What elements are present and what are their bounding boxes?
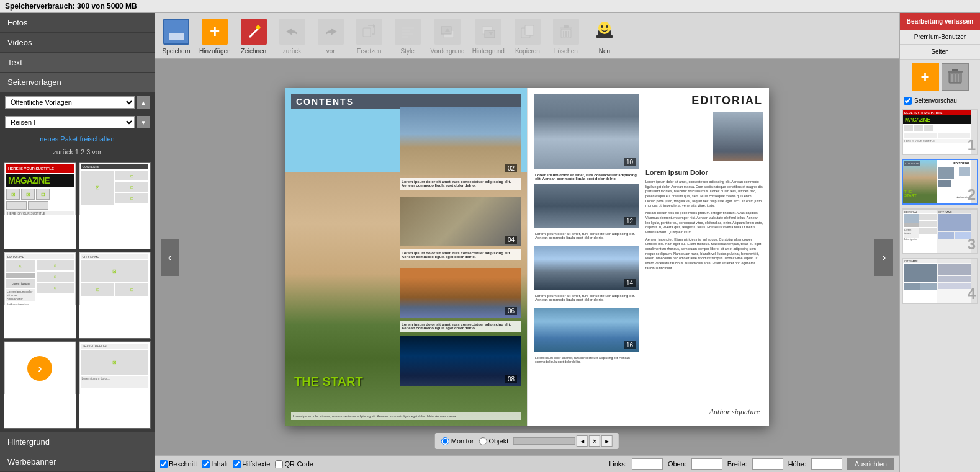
- toolbar: Speichern Hinzufügen Zeichnen: [155, 13, 899, 59]
- add-tool[interactable]: Hinzufügen: [199, 17, 231, 55]
- save-tool[interactable]: Speichern: [161, 17, 192, 55]
- svg-rect-5: [402, 36, 408, 38]
- style-tool[interactable]: Style: [392, 17, 423, 55]
- style-icon: [393, 17, 423, 47]
- sidebar-bottom: Hintergrund Werbebanner: [0, 432, 155, 472]
- trim-checkbox-label[interactable]: Beschnitt: [160, 460, 197, 468]
- svg-rect-2: [402, 27, 414, 29]
- help-text-checkbox-label[interactable]: Hilfstexte: [233, 460, 270, 468]
- template-thumb-3[interactable]: EDITORIAL ⊡ Lorem ipsum Lorem ipsum dolo…: [4, 252, 76, 339]
- background-tool[interactable]: Hintergrund: [472, 17, 505, 55]
- add-icon: [200, 17, 230, 47]
- new-packet-link[interactable]: neues Paket freischalten: [40, 135, 114, 143]
- back-tool[interactable]: zurück: [277, 17, 308, 55]
- forward-tool[interactable]: vor: [315, 17, 346, 55]
- storage-label: Speicherverbrauch: 300 von 5000 MB: [5, 2, 137, 11]
- replace-icon: [354, 17, 384, 47]
- scroll-close-btn[interactable]: ✕: [589, 435, 600, 447]
- bottom-bar: Beschnitt Inhalt Hilfstexte QR-Code Link…: [155, 455, 899, 472]
- canvas-area: ‹ CONTENTS: [155, 59, 899, 455]
- spread-container: CONTENTS 02 Lorem ipsum dolor sit amet, …: [285, 88, 769, 426]
- draw-tool[interactable]: Zeichnen: [238, 17, 269, 55]
- template-controls: Öffentliche Vorlagen ▲: [0, 92, 155, 112]
- svg-point-22: [606, 25, 608, 28]
- scroll-prev-btn[interactable]: ◄: [577, 435, 588, 447]
- travel-template-select[interactable]: Reisen I: [5, 116, 135, 128]
- template-thumb-5[interactable]: ›: [4, 341, 76, 429]
- canvas-nav-right[interactable]: ›: [874, 239, 893, 276]
- foreground-tool[interactable]: Vordergrund: [431, 17, 465, 55]
- template-thumb-4[interactable]: CITY NAME ⊡ ⊡ ⊡: [79, 252, 151, 339]
- premium-button[interactable]: Premium-Benutzer: [900, 30, 980, 45]
- page-thumb-4[interactable]: CITY NAME 4: [902, 258, 978, 304]
- content-checkbox-label[interactable]: Inhalt: [202, 460, 228, 468]
- travel-arrow-down[interactable]: ▼: [137, 116, 150, 128]
- sidebar-item-ad-banner[interactable]: Werbebanner: [0, 452, 155, 471]
- content-checkbox[interactable]: [202, 460, 210, 468]
- help-text-checkbox[interactable]: [233, 460, 241, 468]
- svg-rect-11: [525, 25, 534, 35]
- sidebar-item-videos[interactable]: Videos: [0, 33, 155, 52]
- delete-icon: [551, 17, 581, 47]
- object-radio-label[interactable]: Objekt: [479, 437, 508, 445]
- svg-rect-1: [363, 28, 371, 37]
- page-thumb-2[interactable]: CONTENTS THESTART EDITORIAL Author sig..…: [902, 159, 978, 205]
- svg-rect-19: [596, 35, 613, 38]
- svg-rect-3: [402, 30, 410, 32]
- template-thumb-1[interactable]: HERE IS YOUR SUBTITLE MAGAZINE ⊡ ⊡ ⊡ HER…: [4, 162, 76, 249]
- template-arrow-up[interactable]: ▲: [137, 96, 150, 109]
- sidebar-item-photos[interactable]: Fotos: [0, 13, 155, 32]
- back-icon: [277, 17, 307, 47]
- copy-tool[interactable]: Kopieren: [512, 17, 543, 55]
- page-scroll: ◄ ✕ ►: [513, 435, 613, 447]
- svg-rect-25: [952, 69, 958, 71]
- page-right: EDITORIAL 10 Lorem ipsum dolor sit amet,…: [527, 88, 769, 426]
- sidebar-item-text[interactable]: Text: [0, 53, 155, 72]
- height-field[interactable]: [811, 458, 842, 470]
- seiten-button[interactable]: Seiten: [900, 45, 980, 60]
- right-sidebar: Bearbeitung verlassen Premium-Benutzer S…: [899, 13, 980, 472]
- sidebar-item-background[interactable]: Hintergrund: [0, 432, 155, 452]
- template-thumb-2[interactable]: CONTENTS ⊡ ⊡ ⊡ ⊡: [79, 162, 151, 249]
- qr-code-checkbox-label[interactable]: QR-Code: [275, 460, 313, 468]
- page-thumb-3[interactable]: EDITORIAL Lorem ipsum Autho: [902, 208, 978, 254]
- trim-checkbox[interactable]: [160, 460, 168, 468]
- align-button[interactable]: Ausrichten: [847, 458, 894, 470]
- qr-code-checkbox[interactable]: [275, 460, 283, 468]
- scroll-next-btn[interactable]: ►: [601, 435, 613, 447]
- left-sidebar: Fotos Videos Text Seitenvorlagen Öffentl…: [0, 13, 155, 472]
- background-icon: [474, 17, 503, 47]
- left-field[interactable]: [632, 458, 663, 470]
- svg-rect-4: [402, 33, 413, 35]
- forward-icon: [316, 17, 346, 47]
- preview-checkbox-area: Seitenvorschau: [900, 94, 980, 107]
- copy-icon: [513, 17, 542, 47]
- monitor-radio-label[interactable]: Monitor: [441, 437, 474, 445]
- template-thumb-6[interactable]: TRAVEL REPORT ⊡ Lorem ipsum dolor...: [79, 341, 151, 429]
- exit-button[interactable]: Bearbeitung verlassen: [900, 13, 980, 30]
- add-page-button[interactable]: +: [912, 63, 939, 91]
- width-field[interactable]: [752, 458, 783, 470]
- save-icon: [161, 17, 191, 47]
- right-top-actions: +: [900, 60, 980, 94]
- top-field[interactable]: [691, 458, 722, 470]
- replace-tool[interactable]: Ersetzen: [354, 17, 385, 55]
- page-thumb-1[interactable]: HERE IS YOUR SUBTITLE MAGAZINE HERE IS Y…: [902, 109, 978, 155]
- public-templates-select[interactable]: Öffentliche Vorlagen: [5, 96, 135, 109]
- preview-checkbox[interactable]: [904, 97, 912, 105]
- pagination: zurück 1 2 3 vor: [0, 146, 155, 158]
- top-bar: Speicherverbrauch: 300 von 5000 MB: [0, 0, 980, 13]
- new-tool[interactable]: Neu: [589, 17, 620, 55]
- monitor-radio[interactable]: [441, 437, 449, 445]
- object-radio[interactable]: [479, 437, 487, 445]
- delete-tool[interactable]: Löschen: [551, 17, 582, 55]
- scroll-bar[interactable]: [513, 437, 575, 445]
- svg-point-21: [601, 25, 603, 28]
- sidebar-item-page-templates[interactable]: Seitenvorlagen: [0, 73, 155, 92]
- svg-rect-14: [564, 25, 569, 28]
- delete-page-button[interactable]: [942, 63, 969, 91]
- center-area: Speichern Hinzufügen Zeichnen: [155, 13, 899, 472]
- new-icon: [590, 17, 619, 47]
- page-left: CONTENTS 02 Lorem ipsum dolor sit amet, …: [285, 88, 527, 426]
- canvas-nav-left[interactable]: ‹: [161, 239, 179, 276]
